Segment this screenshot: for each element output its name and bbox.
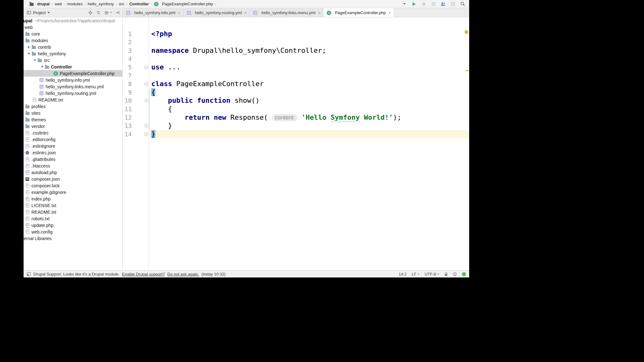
code-line[interactable]: 10∨ public function show() (123, 96, 469, 105)
tree-item[interactable]: .htaccess (24, 162, 122, 169)
tab-label: hello_symfony.links.menu.yml (261, 10, 315, 15)
tree-item[interactable]: composer.json (24, 176, 122, 182)
tree-item[interactable]: update.php (24, 222, 122, 228)
code-line[interactable]: 1<?php (123, 30, 469, 38)
code-line[interactable]: 13∧ } (123, 122, 469, 130)
tree-item[interactable]: .eslintrc.json (24, 149, 122, 156)
layout-icon[interactable] (450, 1, 456, 7)
chevron-down-icon[interactable] (47, 12, 50, 14)
fold-marker-end[interactable]: ∧ (144, 124, 148, 128)
code-line[interactable]: 11 { (123, 105, 469, 113)
fold-marker-end[interactable]: ∧ (144, 132, 148, 136)
settings-gear-icon[interactable] (104, 10, 112, 15)
tree-item[interactable]: .gitattributes (24, 156, 122, 162)
tree-item[interactable]: .editorconfig (24, 136, 122, 143)
close-tab-icon[interactable]: × (388, 10, 391, 15)
stop-icon[interactable] (431, 1, 436, 7)
breadcrumb-item[interactable]: hello_symfony (87, 2, 115, 6)
code-editor[interactable]: 1<?php23namespace Drupal\hello_symfony\C… (123, 17, 469, 270)
close-tab-icon[interactable]: × (178, 10, 180, 15)
code-with-me-users-icon[interactable] (441, 1, 446, 7)
editor-tab[interactable]: CPageExampleController.php× (324, 8, 394, 17)
run-icon[interactable] (411, 1, 417, 7)
search-icon[interactable] (460, 1, 465, 7)
code-line[interactable]: 7 (123, 72, 469, 80)
collapse-all-icon[interactable] (96, 10, 101, 15)
close-tab-icon[interactable]: × (318, 10, 320, 15)
tree-item[interactable]: Controller (24, 63, 122, 70)
close-tab-icon[interactable]: × (244, 10, 247, 15)
tree-item[interactable]: web (24, 24, 122, 30)
tree-item[interactable]: modules (24, 37, 122, 44)
caret-position[interactable]: 14:2 (399, 272, 407, 277)
code-line[interactable]: 8∨class PageExampleController (123, 80, 469, 88)
breadcrumb-separator: › (214, 2, 217, 6)
tree-item[interactable]: autoload.php (24, 169, 122, 176)
tree-item[interactable]: contrib (24, 44, 122, 50)
tree-item[interactable]: index.php (24, 195, 122, 202)
warning-stripe-mark[interactable] (466, 70, 469, 71)
breadcrumb-item[interactable]: src (118, 2, 125, 6)
tree-item[interactable]: hello_symfony.links.menu.yml (24, 83, 122, 90)
tree-item[interactable]: README.txt (24, 209, 122, 215)
breadcrumb-label: hello_symfony (88, 2, 114, 6)
readonly-lock-icon[interactable] (444, 272, 448, 276)
fold-marker-open[interactable]: ∨ (144, 82, 148, 86)
locate-icon[interactable] (88, 10, 93, 15)
tree-item[interactable]: hello_symfony.routing.yml (24, 90, 122, 96)
tree-item[interactable]: README.txt (24, 96, 122, 103)
fold-marker-plus[interactable]: + (144, 65, 148, 69)
tree-item[interactable]: External Libraries (24, 235, 122, 242)
code-line[interactable]: 5+use ... (123, 63, 469, 72)
tree-item[interactable]: web.config (24, 228, 122, 235)
chevron-expanded-icon[interactable] (33, 57, 37, 63)
chevron-expanded-icon[interactable] (40, 63, 44, 70)
breadcrumb-item[interactable]: Controller (128, 2, 150, 6)
tree-item[interactable]: CPageExampleController.php (24, 70, 122, 77)
chevron-collapsed-icon[interactable] (27, 44, 31, 50)
notification-indicator[interactable] (462, 272, 466, 276)
toolbar-dropdown-icon[interactable] (402, 1, 407, 7)
breadcrumb-item[interactable]: CPageExampleController.php (153, 2, 214, 7)
editor-tab[interactable]: hello_symfony.links.menu.yml× (250, 8, 324, 17)
coverage-icon[interactable] (421, 1, 426, 7)
project-panel-title[interactable]: Project (33, 10, 46, 15)
chevron-expanded-icon[interactable] (27, 50, 31, 57)
tree-item[interactable]: .eslintignore (24, 143, 122, 149)
breadcrumb-item[interactable]: drupal (28, 2, 51, 7)
file-encoding-selector[interactable]: UTF-8 (425, 272, 439, 277)
breadcrumb-item[interactable]: modules (66, 2, 84, 6)
tree-item[interactable]: src (24, 57, 122, 63)
code-line[interactable]: 4 (123, 55, 469, 63)
toolwindow-toggle-icon[interactable] (27, 272, 31, 276)
highlighting-level-icon[interactable] (453, 272, 457, 276)
hide-panel-icon[interactable] (115, 10, 120, 15)
code-line[interactable]: 2 (123, 38, 469, 47)
tree-item[interactable]: profiles (24, 103, 122, 110)
tree-item[interactable]: sites (24, 110, 122, 116)
tree-item[interactable]: LICENSE.txt (24, 202, 122, 209)
inspection-status-marker[interactable] (465, 30, 468, 34)
line-separator-selector[interactable]: LF (412, 272, 419, 277)
tree-item[interactable]: themes (24, 116, 122, 123)
code-line[interactable]: 9{ (123, 88, 469, 97)
editor-tab[interactable]: hello_symfony.info.yml× (123, 8, 184, 17)
tree-item[interactable]: example.gitignore (24, 189, 122, 195)
tree-item[interactable]: vendor (24, 123, 122, 129)
tree-item[interactable]: hello_symfony.info.yml (24, 77, 122, 83)
tree-item[interactable]: robots.txt (24, 215, 122, 222)
tree-item[interactable]: core (24, 30, 122, 37)
project-root-row[interactable]: drupal ~/Projects/locasticbox7/applicati… (24, 17, 122, 24)
fold-marker-open[interactable]: ∨ (144, 99, 148, 102)
tree-item[interactable]: composer.lock (24, 182, 122, 189)
do-not-ask-again-link[interactable]: Do not ask again. (167, 272, 199, 277)
code-line-current[interactable]: 14∧} (123, 130, 469, 139)
tree-item[interactable]: .csslintrc (24, 129, 122, 136)
code-line[interactable]: 3namespace Drupal\hello_symfony\Controll… (123, 47, 469, 55)
code-line[interactable]: 12 return new Response( content: 'Hello … (123, 113, 469, 122)
enable-drupal-support-link[interactable]: Enable Drupal support? (122, 272, 165, 277)
editor-tab[interactable]: hello_symfony.routing.yml× (184, 8, 250, 17)
breadcrumb-item[interactable]: web (54, 2, 63, 6)
text-file-icon (25, 203, 30, 208)
tree-item[interactable]: hello_symfony (24, 50, 122, 57)
